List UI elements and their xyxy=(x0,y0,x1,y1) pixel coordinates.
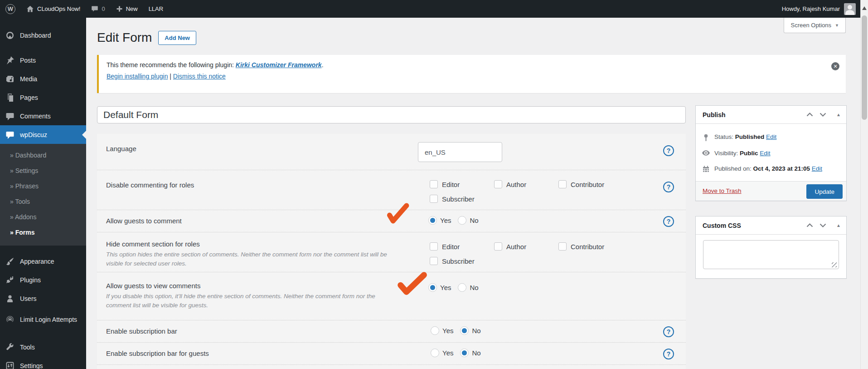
edit-published-link[interactable]: Edit xyxy=(812,165,822,172)
close-icon[interactable]: ✕ xyxy=(831,62,839,70)
checkbox-icon[interactable] xyxy=(430,257,438,265)
sidebar-item-plugins[interactable]: Plugins xyxy=(0,271,86,289)
wordpress-logo-icon: W xyxy=(5,4,15,14)
help-icon[interactable]: ? xyxy=(663,349,674,359)
sidebar-item-dashboard[interactable]: Dashboard xyxy=(0,26,86,44)
radio-icon[interactable] xyxy=(428,216,437,225)
checkbox-icon[interactable] xyxy=(558,242,567,251)
role-checkbox-contributor[interactable]: Contributor xyxy=(558,177,623,192)
publish-box-title: Publish xyxy=(703,111,726,118)
avatar[interactable] xyxy=(844,3,856,15)
comment-icon xyxy=(5,112,15,121)
radio-yes[interactable]: Yes xyxy=(428,216,451,225)
sidebar-item-label: Limit Login Attempts xyxy=(20,315,77,324)
sidebar-item-wpdiscuz[interactable]: wpDiscuz xyxy=(0,125,86,144)
role-checkbox-author[interactable]: Author xyxy=(494,239,558,254)
move-up-icon[interactable] xyxy=(806,113,813,117)
collapse-toggle-icon[interactable]: ▲ xyxy=(836,112,841,117)
media-icon xyxy=(5,74,15,84)
move-to-trash-link[interactable]: Move to Trash xyxy=(703,187,742,194)
sidebar-item-comments[interactable]: Comments xyxy=(0,107,86,125)
sidebar-item-label: Pages xyxy=(20,94,38,101)
checkbox-icon[interactable] xyxy=(494,180,502,188)
edit-status-link[interactable]: Edit xyxy=(766,133,776,140)
checkbox-icon[interactable] xyxy=(558,180,567,188)
move-down-icon[interactable] xyxy=(820,223,826,227)
sidebar-item-tools[interactable]: Tools xyxy=(0,338,86,356)
collapse-toggle-icon[interactable]: ▲ xyxy=(836,223,841,228)
radio-no[interactable]: No xyxy=(460,326,480,335)
new-content-menu[interactable]: New xyxy=(111,0,143,18)
howdy-user[interactable]: Howdy, Rajesh Kumar xyxy=(782,5,840,12)
scrollbar-up-arrow-icon[interactable] xyxy=(862,6,867,10)
sidebar-item-appearance[interactable]: Appearance xyxy=(0,252,86,271)
submenu-item-forms[interactable]: » Forms xyxy=(0,225,86,240)
scrollbar-thumb[interactable] xyxy=(862,15,867,120)
role-checkbox-contributor[interactable]: Contributor xyxy=(558,239,623,254)
checkbox-icon[interactable] xyxy=(494,242,502,251)
radio-icon[interactable] xyxy=(458,216,466,225)
radio-no[interactable]: No xyxy=(458,216,478,225)
submenu-item-tools[interactable]: » Tools xyxy=(0,194,86,209)
comments-count: 0 xyxy=(102,5,105,12)
sidebar-item-media[interactable]: Media xyxy=(0,69,86,88)
sidebar-item-settings[interactable]: Settings xyxy=(0,356,86,369)
submenu-item-settings[interactable]: » Settings xyxy=(0,163,86,178)
site-name-label: CLoudOps Now! xyxy=(37,5,80,12)
radio-no[interactable]: No xyxy=(460,349,480,357)
help-icon[interactable]: ? xyxy=(663,326,674,337)
sidebar-item-limit-login-attempts[interactable]: Limit Login Attempts xyxy=(0,308,86,331)
custom-css-textarea[interactable] xyxy=(703,240,839,269)
update-button[interactable]: Update xyxy=(806,184,843,199)
submenu-item-phrases[interactable]: » Phrases xyxy=(0,178,86,194)
screen-options-button[interactable]: Screen Options ▼ xyxy=(784,18,846,33)
sidebar-item-label: Dashboard xyxy=(20,32,51,39)
role-checkbox-subscriber[interactable]: Subscriber xyxy=(430,192,494,206)
radio-icon[interactable] xyxy=(460,349,469,357)
visibility-label: Visibility: xyxy=(714,150,738,157)
radio-yes[interactable]: Yes xyxy=(428,283,451,292)
row-allow-guests-comment: Allow guests to comment Yes No ? xyxy=(97,210,686,232)
move-up-icon[interactable] xyxy=(806,223,813,227)
help-icon[interactable]: ? xyxy=(663,216,674,227)
llar-menu[interactable]: LLAR xyxy=(143,0,169,18)
radio-no[interactable]: No xyxy=(458,283,478,292)
plus-icon xyxy=(116,5,123,12)
sidebar-item-pages[interactable]: Pages xyxy=(0,88,86,107)
role-checkbox-subscriber[interactable]: Subscriber xyxy=(430,254,494,268)
radio-icon[interactable] xyxy=(460,326,469,335)
radio-icon[interactable] xyxy=(458,283,466,292)
language-input[interactable] xyxy=(418,142,502,162)
role-checkbox-editor[interactable]: Editor xyxy=(430,177,494,192)
radio-icon[interactable] xyxy=(428,283,437,292)
radio-yes[interactable]: Yes xyxy=(431,326,453,335)
kirki-plugin-link[interactable]: Kirki Customizer Framework xyxy=(236,61,322,69)
edit-visibility-link[interactable]: Edit xyxy=(760,150,770,157)
checkbox-icon[interactable] xyxy=(430,180,438,188)
sidebar-item-users[interactable]: Users xyxy=(0,289,86,308)
form-title-input[interactable] xyxy=(97,106,686,123)
add-new-button[interactable]: Add New xyxy=(158,31,196,45)
radio-yes[interactable]: Yes xyxy=(431,349,453,357)
wp-logo-menu[interactable]: W xyxy=(0,0,21,18)
help-icon[interactable]: ? xyxy=(663,145,674,156)
begin-installing-link[interactable]: Begin installing plugin xyxy=(107,73,168,80)
role-checkbox-author[interactable]: Author xyxy=(494,177,558,192)
sidebar-item-posts[interactable]: Posts xyxy=(0,51,86,69)
comments-shortcut[interactable]: 0 xyxy=(86,0,110,18)
checkbox-icon[interactable] xyxy=(430,242,438,251)
submenu-item-addons[interactable]: » Addons xyxy=(0,209,86,225)
submenu-item-dashboard[interactable]: » Dashboard xyxy=(0,148,86,163)
checkbox-icon[interactable] xyxy=(430,195,438,203)
site-name-link[interactable]: CLoudOps Now! xyxy=(21,0,86,18)
help-icon[interactable]: ? xyxy=(663,182,674,192)
content-area: Screen Options ▼ Edit Form Add New This … xyxy=(86,18,860,369)
dismiss-notice-link[interactable]: Dismiss this notice xyxy=(173,73,226,80)
role-checkbox-editor[interactable]: Editor xyxy=(430,239,494,254)
move-down-icon[interactable] xyxy=(820,113,826,117)
radio-icon[interactable] xyxy=(431,326,439,335)
vertical-scrollbar[interactable] xyxy=(860,0,868,369)
radio-icon[interactable] xyxy=(431,349,439,357)
wrench-icon xyxy=(5,343,15,352)
screen-options-label: Screen Options xyxy=(790,22,831,29)
